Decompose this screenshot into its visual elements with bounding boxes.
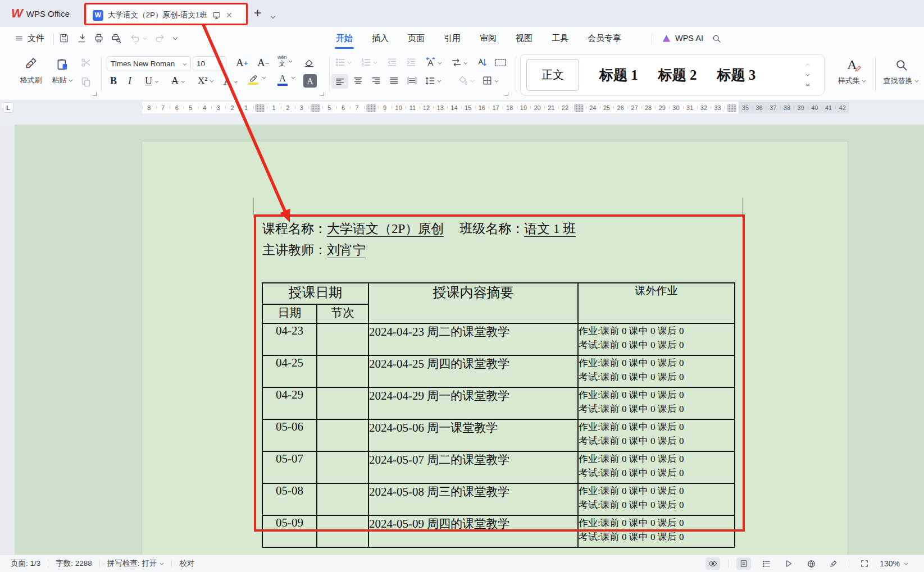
- cell-session[interactable]: [317, 483, 368, 515]
- page-setup-button[interactable]: [494, 58, 507, 67]
- underline-button[interactable]: U: [145, 75, 159, 87]
- cell-content[interactable]: 2024-05-06 周一课堂教学: [368, 419, 578, 451]
- style-set-button[interactable]: A 样式集: [835, 54, 870, 94]
- search-commands-button[interactable]: [711, 27, 722, 49]
- ribbon-tab-页面[interactable]: 页面: [407, 27, 426, 49]
- header-date-group[interactable]: 授课日期: [262, 283, 368, 304]
- grow-font-button[interactable]: A+: [236, 57, 248, 69]
- tab-list-chevron-icon[interactable]: [271, 15, 275, 19]
- text-effects-button[interactable]: A: [224, 75, 238, 88]
- shrink-font-button[interactable]: A−: [257, 57, 269, 69]
- cell-content[interactable]: 2024-04-23 周二的课堂教学: [368, 323, 578, 355]
- cell-content[interactable]: 2024-05-07 周二的课堂教学: [368, 451, 578, 483]
- cell-content[interactable]: 2024-04-29 周一的课堂教学: [368, 387, 578, 419]
- cell-date[interactable]: 05-08: [262, 483, 317, 515]
- outline-view-button[interactable]: [759, 557, 773, 570]
- ribbon-tab-工具[interactable]: 工具: [550, 27, 570, 49]
- ribbon-tab-开始[interactable]: 开始: [335, 27, 354, 49]
- tab-stop-selector[interactable]: L: [3, 102, 13, 113]
- file-menu-button[interactable]: 文件: [15, 27, 44, 49]
- cut-button[interactable]: [80, 57, 92, 68]
- cell-content[interactable]: 2024-05-08 周三的课堂教学: [368, 483, 578, 515]
- subheader-session[interactable]: 节次: [317, 304, 368, 323]
- print-preview-button[interactable]: [111, 27, 122, 49]
- font-name-combo[interactable]: Times New Roman: [107, 56, 191, 71]
- zoom-control[interactable]: 130%: [880, 559, 908, 568]
- cell-session[interactable]: [317, 387, 368, 419]
- gallery-scroll-down-icon[interactable]: [806, 73, 809, 76]
- style-item-1[interactable]: 正文: [526, 59, 579, 91]
- teacher-value[interactable]: 刘宵宁: [327, 243, 366, 258]
- eye-protection-button[interactable]: [705, 557, 720, 570]
- font-size-combo[interactable]: 10: [193, 56, 226, 71]
- document-tab[interactable]: W 大学语文（2P）原创-语文1班 ✕: [87, 3, 247, 27]
- gallery-expand-icon[interactable]: [806, 83, 809, 86]
- line-spacing-button[interactable]: [425, 75, 441, 86]
- strikethrough-button[interactable]: A: [171, 75, 185, 87]
- style-item-2[interactable]: 标题 1: [599, 66, 638, 84]
- align-right-button[interactable]: [371, 75, 381, 86]
- bold-button[interactable]: B: [110, 75, 117, 87]
- close-tab-icon[interactable]: ✕: [226, 11, 233, 20]
- ribbon-tab-视图[interactable]: 视图: [515, 27, 534, 49]
- align-center-button[interactable]: [353, 75, 363, 86]
- clipboard-dialog-launcher[interactable]: [93, 92, 97, 96]
- align-left-button[interactable]: [331, 74, 348, 89]
- style-item-4[interactable]: 标题 3: [717, 66, 756, 84]
- cell-content[interactable]: 2024-05-09 周四的课堂教学: [368, 515, 578, 547]
- find-replace-button[interactable]: 查找替换: [880, 54, 922, 94]
- cell-content[interactable]: 2024-04-25 周四的课堂教学: [368, 355, 578, 387]
- cell-date[interactable]: 05-07: [262, 451, 317, 483]
- cell-session[interactable]: [317, 419, 368, 451]
- justify-button[interactable]: [389, 75, 399, 86]
- course-title-line[interactable]: 课程名称：大学语文（2P）原创班级名称：语文 1 班: [262, 220, 576, 237]
- course-schedule-table[interactable]: 授课日期 授课内容摘要 课外作业 日期 节次 04-232024-04-23 周…: [262, 282, 735, 548]
- cell-homework[interactable]: 作业:课前 0 课中 0 课后 0考试:课前 0 课中 0 课后 0: [578, 451, 735, 483]
- course-name-value[interactable]: 大学语文（2P）原创: [327, 222, 444, 237]
- horizontal-ruler[interactable]: 8765432112356791011121314151617181920212…: [142, 102, 849, 113]
- char-shading-button[interactable]: A: [303, 74, 317, 88]
- clear-format-button[interactable]: [303, 57, 315, 68]
- quick-access-chevron[interactable]: [173, 27, 177, 49]
- wps-ai-button[interactable]: WPS AI: [662, 27, 703, 49]
- ruler-table-column-marker[interactable]: [572, 102, 586, 113]
- ruler-table-column-marker[interactable]: [308, 102, 322, 113]
- proofread-button[interactable]: 校对: [179, 559, 194, 569]
- cell-homework[interactable]: 作业:课前 0 课中 0 课后 0考试:课前 0 课中 0 课后 0: [578, 419, 735, 451]
- ruler-table-column-marker[interactable]: [253, 102, 267, 113]
- cell-session[interactable]: [317, 515, 368, 547]
- header-content[interactable]: 授课内容摘要: [368, 283, 578, 323]
- read-mode-button[interactable]: [781, 557, 796, 570]
- cell-session[interactable]: [317, 355, 368, 387]
- paste-button[interactable]: 粘贴: [47, 54, 78, 94]
- borders-button[interactable]: [482, 75, 499, 86]
- copy-button[interactable]: [80, 76, 92, 88]
- header-homework[interactable]: 课外作业: [578, 283, 735, 323]
- spellcheck-toggle[interactable]: 拼写检查: 打开: [107, 559, 165, 569]
- format-painter-button[interactable]: 格式刷: [16, 54, 46, 94]
- word-count[interactable]: 字数: 2288: [56, 559, 92, 569]
- increase-indent-button[interactable]: [406, 57, 417, 68]
- web-view-button[interactable]: [804, 557, 818, 570]
- highlight-chevron[interactable]: [262, 75, 266, 80]
- cell-date[interactable]: 04-23: [262, 323, 317, 355]
- pinyin-guide-button[interactable]: wén 文: [277, 55, 293, 67]
- bullets-button[interactable]: [335, 57, 352, 68]
- font-dialog-launcher[interactable]: [320, 92, 324, 96]
- new-tab-button[interactable]: +: [254, 6, 261, 21]
- cell-homework[interactable]: 作业:课前 0 课中 0 课后 0考试:课前 0 课中 0 课后 0: [578, 483, 735, 515]
- ribbon-tab-插入[interactable]: 插入: [371, 27, 390, 49]
- ribbon-tab-会员专享[interactable]: 会员专享: [586, 27, 622, 49]
- italic-button[interactable]: I: [128, 75, 131, 87]
- cell-date[interactable]: 05-06: [262, 419, 317, 451]
- class-name-value[interactable]: 语文 1 班: [524, 222, 576, 237]
- text-direction-button[interactable]: [425, 57, 442, 68]
- ruler-table-column-marker[interactable]: [725, 102, 739, 113]
- subheader-date[interactable]: 日期: [262, 304, 317, 323]
- page-view-button[interactable]: [736, 557, 751, 570]
- cell-session[interactable]: [317, 451, 368, 483]
- ink-annotate-button[interactable]: [826, 557, 841, 570]
- gallery-scroll-up-icon[interactable]: [806, 63, 809, 67]
- output-button[interactable]: [76, 27, 87, 49]
- superscript-button[interactable]: X²: [198, 75, 214, 86]
